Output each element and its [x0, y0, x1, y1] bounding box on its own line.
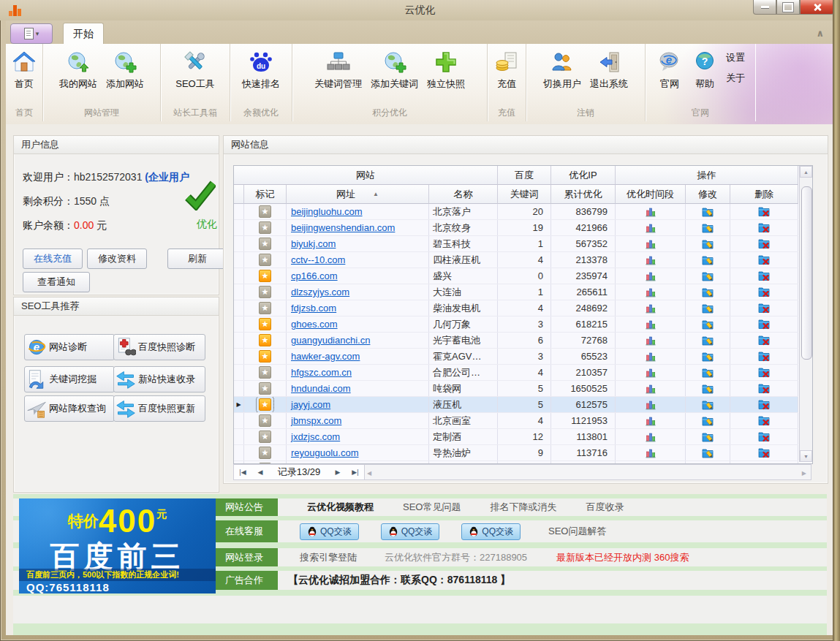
header-edit[interactable]: 修改	[686, 185, 730, 204]
table-row[interactable]: ★ fdjzsb.com 柴油发电机 4 248692	[234, 300, 798, 316]
chart-icon[interactable]	[646, 400, 656, 410]
row-url-link[interactable]: cp166.com	[291, 270, 338, 281]
seo-tools-button[interactable]: SEO工具	[172, 47, 218, 93]
edit-icon[interactable]	[702, 222, 714, 233]
delete-icon[interactable]	[758, 254, 770, 265]
search-engine-login-link[interactable]: 搜索引擎登陆	[300, 551, 357, 564]
edit-icon[interactable]	[702, 335, 714, 346]
delete-icon[interactable]	[758, 447, 770, 458]
delete-icon[interactable]	[758, 303, 770, 314]
row-url-link[interactable]: jxdzjsc.com	[291, 431, 340, 442]
chart-icon[interactable]	[646, 319, 656, 330]
edit-icon[interactable]	[702, 383, 714, 394]
star-icon[interactable]: ★	[259, 318, 271, 330]
header-group-ops[interactable]: 操作	[616, 166, 798, 185]
table-row[interactable]: ★ guangyudianchi.cn 光宇蓄电池 6 72768	[234, 333, 798, 349]
chart-icon[interactable]	[646, 352, 656, 362]
chart-icon[interactable]	[646, 287, 656, 297]
star-icon[interactable]: ★	[259, 334, 271, 346]
chart-icon[interactable]	[646, 384, 656, 394]
table-row[interactable]: ★ ghoes.com 几何万象 3 618215	[234, 316, 798, 333]
edit-icon[interactable]	[702, 238, 714, 249]
chart-icon[interactable]	[646, 335, 656, 346]
row-url-link[interactable]: beijingwenshendian.com	[291, 222, 395, 233]
star-icon[interactable]: ★	[259, 221, 271, 234]
edit-icon[interactable]	[702, 351, 714, 362]
delete-icon[interactable]	[758, 335, 770, 346]
edit-icon[interactable]	[702, 303, 714, 314]
delete-icon[interactable]	[758, 287, 770, 297]
edit-icon[interactable]	[702, 431, 714, 442]
close-button[interactable]	[800, 0, 834, 15]
edit-icon[interactable]	[702, 206, 714, 217]
star-icon[interactable]: ★	[259, 398, 271, 411]
delete-icon[interactable]	[758, 319, 770, 330]
row-url-link[interactable]: fdjzsb.com	[291, 303, 336, 314]
row-url-link[interactable]: cctv--10.com	[291, 254, 345, 265]
chart-icon[interactable]	[646, 432, 656, 442]
edit-icon[interactable]	[702, 254, 714, 265]
star-icon[interactable]: ★	[259, 350, 271, 363]
star-icon[interactable]: ★	[259, 447, 271, 459]
snapshot-update-button[interactable]: 百度快照更新	[113, 395, 205, 422]
table-row[interactable]: ★ ⋯	[234, 461, 798, 463]
add-keyword-button[interactable]: 添加关键词	[367, 47, 422, 93]
seo-answer-link[interactable]: SEO问题解答	[548, 525, 606, 538]
about-button[interactable]: 关于	[726, 72, 745, 85]
hscroll-left-icon[interactable]: ◀	[367, 470, 371, 477]
chart-icon[interactable]	[646, 271, 656, 281]
table-row[interactable]: ★ hawker-agv.com 霍克AGV… 3 65523	[234, 349, 798, 365]
my-sites-button[interactable]: 我的网站	[56, 47, 101, 93]
delete-icon[interactable]	[758, 367, 770, 378]
table-scrollbar[interactable]: ▲ ▼	[799, 166, 812, 462]
snapshot-diagnose-button[interactable]: 百度快照诊断	[113, 334, 205, 360]
recharge-button[interactable]: 充值	[490, 47, 523, 93]
table-row[interactable]: ★ cctv--10.com 四柱液压机 4 213378	[234, 252, 798, 268]
help-button[interactable]: ? 帮助	[688, 47, 722, 93]
table-row[interactable]: ★ biyukj.com 碧玉科技 1 567352	[234, 236, 798, 252]
chart-icon[interactable]	[646, 239, 656, 249]
row-url-link[interactable]: reyouguolu.com	[291, 447, 359, 458]
star-icon[interactable]: ★	[259, 463, 271, 463]
star-icon[interactable]: ★	[259, 382, 271, 395]
edit-icon[interactable]	[702, 447, 714, 458]
minimize-button[interactable]	[753, 0, 776, 15]
header-url[interactable]: 网址▲	[287, 185, 429, 204]
app-menu-button[interactable]: ▾	[10, 23, 53, 44]
row-url-link[interactable]: hawker-agv.com	[291, 351, 360, 362]
row-url-link[interactable]: guangyudianchi.cn	[291, 335, 370, 346]
announcement-link[interactable]: 百度收录	[586, 501, 624, 514]
ad-banner[interactable]: 特价400元 百度前三 百度前三页内，500以下指数的正规企业词! QQ:765…	[19, 498, 216, 593]
view-notice-button[interactable]: 查看通知	[23, 272, 90, 292]
fast-index-button[interactable]: 新站快速收录	[113, 366, 205, 392]
exit-system-button[interactable]: 退出系统	[586, 47, 632, 93]
row-url-link[interactable]: dlzszyjys.com	[291, 287, 349, 297]
table-row[interactable]: ★ jbmspx.com 北京画室 4 1121953	[234, 413, 798, 429]
star-icon[interactable]: ★	[259, 254, 271, 266]
scroll-down-icon[interactable]: ▼	[800, 450, 812, 462]
chart-icon[interactable]	[646, 416, 656, 426]
delete-icon[interactable]	[758, 399, 770, 410]
site-diagnose-button[interactable]: e 网站诊断	[24, 334, 115, 360]
delete-icon[interactable]	[758, 222, 770, 233]
nav-first-button[interactable]: |◀	[234, 469, 251, 476]
edit-icon[interactable]	[702, 415, 714, 426]
star-icon[interactable]: ★	[259, 431, 271, 443]
online-recharge-button[interactable]: 在线充值	[23, 249, 83, 269]
chart-icon[interactable]	[646, 448, 656, 458]
nav-last-button[interactable]: ▶|	[347, 469, 364, 476]
home-button[interactable]: 首页	[7, 47, 41, 93]
table-row[interactable]: ★ dlzszyjys.com 大连油 1 265611	[234, 284, 798, 300]
delete-icon[interactable]	[758, 206, 770, 217]
qq-chat-button[interactable]: QQ交谈	[300, 523, 359, 540]
delete-icon[interactable]	[758, 383, 770, 394]
table-row[interactable]: ★ hndundai.com 吨袋网 5 1650525	[234, 381, 798, 397]
star-icon[interactable]: ★	[259, 414, 271, 427]
header-group-baidu[interactable]: 百度	[498, 166, 551, 185]
edit-icon[interactable]	[702, 399, 714, 410]
table-row[interactable]: ▶ ★ jayyj.com 液压机 5 612575	[234, 397, 798, 413]
delete-icon[interactable]	[758, 431, 770, 442]
header-delete[interactable]: 删除	[730, 185, 798, 204]
star-icon[interactable]: ★	[259, 238, 271, 250]
row-url-link[interactable]: jbmspx.com	[291, 415, 341, 426]
